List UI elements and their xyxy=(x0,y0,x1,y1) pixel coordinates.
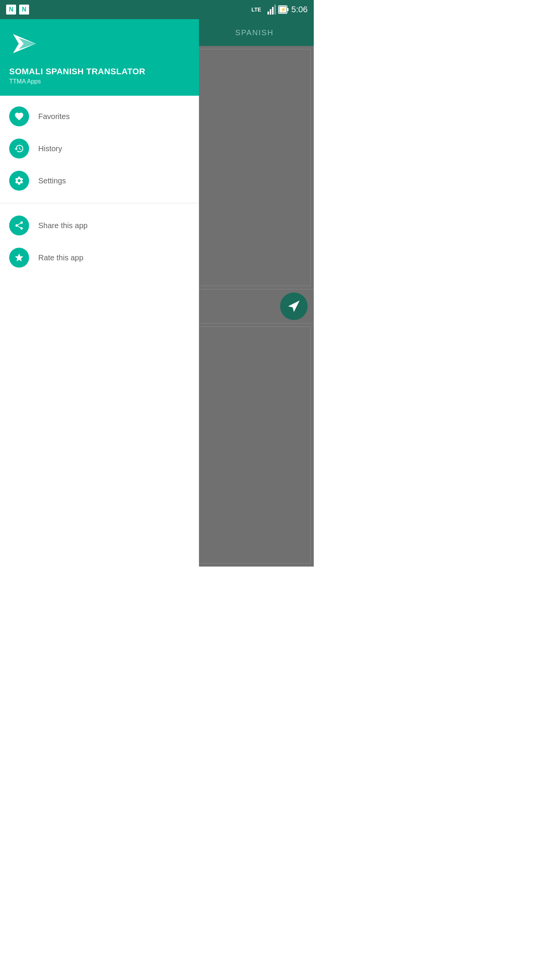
share-icon-circle xyxy=(9,216,29,235)
gear-icon xyxy=(14,176,24,186)
svg-text:⚡: ⚡ xyxy=(280,7,286,12)
svg-rect-6 xyxy=(287,8,289,11)
favorites-label: Favorites xyxy=(38,112,70,121)
translate-input-area xyxy=(198,49,311,286)
history-icon-circle xyxy=(9,139,29,158)
rate-icon-circle xyxy=(9,248,29,268)
status-bar-left: N N xyxy=(6,5,29,15)
share-icon xyxy=(14,220,24,230)
app-logo xyxy=(9,28,40,59)
app-title: SOMALI SPANISH TRANSLATOR xyxy=(9,67,190,77)
menu-item-favorites[interactable]: Favorites xyxy=(0,100,199,132)
menu-item-history[interactable]: History xyxy=(0,132,199,165)
translate-output-area xyxy=(198,327,311,564)
rate-label: Rate this app xyxy=(38,253,83,262)
primary-menu-section: Favorites History xyxy=(0,96,199,201)
toolbar-title: SPANISH xyxy=(235,28,274,37)
secondary-menu-section: Share this app Rate this app xyxy=(0,205,199,278)
status-time: 5:06 xyxy=(291,5,308,15)
history-label: History xyxy=(38,144,62,153)
clock-icon xyxy=(14,144,24,154)
svg-rect-2 xyxy=(270,9,271,15)
lte-icon: LTE xyxy=(251,5,265,15)
heart-icon xyxy=(14,111,24,121)
translate-button-row xyxy=(195,289,314,323)
app-subtitle: TTMA Apps xyxy=(9,78,190,85)
settings-label: Settings xyxy=(38,176,66,185)
menu-item-settings[interactable]: Settings xyxy=(0,165,199,197)
status-bar: N N LTE ⚡ 5:06 xyxy=(0,0,314,19)
share-label: Share this app xyxy=(38,221,88,230)
drawer-menu: Favorites History xyxy=(0,96,199,567)
navigation-drawer: SOMALI SPANISH TRANSLATOR TTMA Apps Favo… xyxy=(0,19,199,567)
main-layout: SPANISH SOMALI SPANISH TRANSLATOR xyxy=(0,19,314,567)
settings-icon-circle xyxy=(9,171,29,191)
favorites-icon-circle xyxy=(9,106,29,126)
notification-icon-1: N xyxy=(6,5,16,15)
send-icon xyxy=(287,299,301,313)
drawer-header: SOMALI SPANISH TRANSLATOR TTMA Apps xyxy=(0,19,199,96)
menu-item-share[interactable]: Share this app xyxy=(0,209,199,242)
menu-item-rate[interactable]: Rate this app xyxy=(0,242,199,274)
app-content: SPANISH xyxy=(195,19,314,567)
svg-rect-1 xyxy=(267,11,269,15)
app-body xyxy=(195,46,314,567)
menu-divider xyxy=(0,203,199,203)
signal-icon xyxy=(267,5,276,15)
translate-button[interactable] xyxy=(280,292,308,320)
svg-rect-4 xyxy=(274,5,276,15)
svg-rect-3 xyxy=(272,7,274,15)
status-bar-right: LTE ⚡ 5:06 xyxy=(251,5,308,15)
battery-icon: ⚡ xyxy=(278,5,289,15)
app-toolbar: SPANISH xyxy=(195,19,314,46)
notification-icon-2: N xyxy=(19,5,29,15)
svg-text:LTE: LTE xyxy=(251,7,261,13)
star-icon xyxy=(14,253,24,263)
